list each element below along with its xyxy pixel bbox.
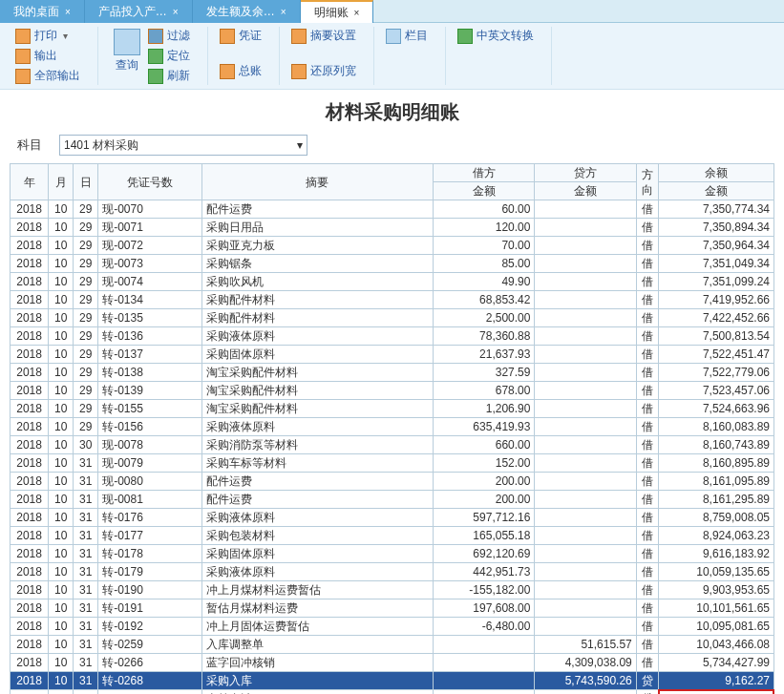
cell-debit: 2,500.00 [434,309,535,327]
cell-day: 29 [74,327,98,346]
table-row[interactable]: 20181031转-0259入库调整单51,615.57借10,043,466.… [11,636,774,654]
table-row[interactable]: 20181031转-0191暂估月煤材料运费197,608.00借10,101,… [11,599,774,618]
filter-button[interactable]: 过滤 [146,27,192,45]
table-row[interactable]: 20181029现-0071采购日用品120.00借7,350,894.34 [11,219,774,237]
table-row[interactable]: 20181030现-0078采购消防泵等材料660.00借8,160,743.8… [11,436,774,454]
voucher-button[interactable]: 凭证 [218,27,264,45]
table-row[interactable]: 20181031转-0192冲上月固体运费暂估-6,480.00借10,095,… [11,618,774,636]
restore-width-button[interactable]: 还原列宽 [289,62,358,80]
cell-credit: 4,309,038.09 [535,654,636,672]
table-row[interactable]: 20181029转-0137采购固体原料21,637.93借7,522,451.… [11,346,774,364]
col-debit[interactable]: 借方 [434,164,535,182]
table-row[interactable]: 20181029现-0072采购亚克力板70.00借7,350,964.34 [11,237,774,255]
table-row[interactable]: 20181029现-0073采购锯条85.00借7,351,049.34 [11,255,774,273]
cell-year: 2018 [11,599,49,618]
table-row[interactable]: 20181029现-0074采购吹风机49.90借7,351,099.24 [11,273,774,291]
col-balance-amount[interactable]: 金额 [659,182,774,200]
table-row[interactable]: 20181031现-0080配件运费200.00借8,161,095.89 [11,473,774,491]
subject-select[interactable]: 1401 材料采购 ▾ [59,135,307,156]
general-ledger-button[interactable]: 总账 [218,62,264,80]
cell-month: 10 [49,436,74,454]
col-year[interactable]: 年 [11,164,49,200]
col-day[interactable]: 日 [74,164,98,200]
cell-balance: 7,350,894.34 [659,219,774,237]
cell-direction: 借 [636,527,659,545]
table-row[interactable]: 20181029转-0139淘宝采购配件材料678.00借7,523,457.0… [11,382,774,400]
refresh-button[interactable]: 刷新 [146,67,192,85]
query-button[interactable]: 查询 [108,27,146,75]
summary-set-button[interactable]: 摘要设置 [289,27,358,45]
col-direction[interactable]: 方向 [636,164,659,200]
cell-summary: 暂估月煤材料运费 [201,599,433,618]
cell-debit: 635,419.93 [434,418,535,436]
col-month[interactable]: 月 [49,164,74,200]
cell-year: 2018 [11,473,49,491]
table-row[interactable]: 20181031转-0190冲上月煤材料运费暂估-155,182.00借9,90… [11,581,774,599]
translate-button[interactable]: 中英文转换 [456,27,536,45]
table-row[interactable]: 20181029转-0136采购液体原料78,360.88借7,500,813.… [11,327,774,346]
column-button[interactable]: 栏目 [384,27,430,45]
col-credit-amount[interactable]: 金额 [535,182,636,200]
cell-voucherno: 转-0191 [98,599,202,618]
close-icon[interactable]: × [281,7,286,17]
col-debit-amount[interactable]: 金额 [434,182,535,200]
cell-credit [535,581,636,599]
cell-balance: 7,350,774.34 [659,200,774,219]
cell-direction: 借 [636,418,659,436]
col-summary[interactable]: 摘要 [201,164,433,200]
cell-debit: 70.00 [434,237,535,255]
cell-summary: 采购包装材料 [201,527,433,545]
cell-day: 31 [74,491,98,509]
table-row[interactable]: 20181031转-0266蓝字回冲核销4,309,038.09借5,734,4… [11,654,774,672]
cell-credit [535,237,636,255]
tab-label: 产品投入产… [98,4,167,20]
col-voucherno[interactable]: 凭证号数 [98,164,202,200]
cell-summary: 采购配件材料 [201,309,433,327]
label: 查询 [116,57,138,74]
table-row[interactable]: 20181031转-0177采购包装材料165,055.18借8,924,063… [11,527,774,545]
cell-month: 10 [49,418,74,436]
table-row[interactable]: 20181029转-0135采购配件材料2,500.00借7,422,452.6… [11,309,774,327]
cell-balance: 7,419,952.66 [659,291,774,309]
table-row[interactable]: 20181031转-0268采购入库5,743,590.26贷9,162.27 [11,672,774,690]
cell-month: 10 [49,618,74,636]
table-row[interactable]: 20181029转-0138淘宝采购配件材料327.59借7,522,779.0… [11,364,774,382]
table-row[interactable]: 20181031转-0179采购液体原料442,951.73借10,059,13… [11,563,774,581]
cell-day: 29 [74,364,98,382]
tab-desktop[interactable]: 我的桌面× [0,0,85,23]
tab-occurrence[interactable]: 发生额及余…× [193,0,301,23]
col-balance[interactable]: 余额 [659,164,774,182]
label: 总账 [239,63,262,79]
table-row[interactable]: 201810当前合计10,095,081.6510,104,243.92贷9,1… [11,690,774,695]
table-row[interactable]: 20181031现-0079采购车标等材料152.00借8,160,895.89 [11,454,774,473]
cell-year: 2018 [11,654,49,672]
tab-detail[interactable]: 明细账× [301,0,374,23]
subject-row: 科目 1401 材料采购 ▾ [0,131,784,163]
print-button[interactable]: 打印▾ [13,27,82,45]
table-row[interactable]: 20181029转-0155淘宝采购配件材料1,206.90借7,524,663… [11,400,774,418]
detail-grid[interactable]: 年 月 日 凭证号数 摘要 借方 贷方 方向 余额 金额 金额 金额 20181… [10,163,774,694]
cell-direction: 借 [636,491,659,509]
chevron-down-icon: ▾ [297,138,303,152]
cell-voucherno: 转-0179 [98,563,202,581]
locate-button[interactable]: 定位 [146,47,192,65]
output-button[interactable]: 输出 [13,47,82,65]
table-row[interactable]: 20181029转-0134采购配件材料68,853.42借7,419,952.… [11,291,774,309]
table-row[interactable]: 20181031现-0081配件运费200.00借8,161,295.89 [11,491,774,509]
tab-product[interactable]: 产品投入产…× [85,0,193,23]
col-credit[interactable]: 贷方 [535,164,636,182]
cell-year: 2018 [11,545,49,563]
cell-voucherno: 现-0071 [98,219,202,237]
cell-summary: 配件运费 [201,473,433,491]
cell-debit: -155,182.00 [434,581,535,599]
cell-debit: 120.00 [434,219,535,237]
cell-summary: 采购液体原料 [201,327,433,346]
table-row[interactable]: 20181031转-0178采购固体原料692,120.69借9,616,183… [11,545,774,563]
close-icon[interactable]: × [354,8,360,18]
table-row[interactable]: 20181029转-0156采购液体原料635,419.93借8,160,083… [11,418,774,436]
close-icon[interactable]: × [65,7,71,17]
output-all-button[interactable]: 全部输出 [13,67,82,85]
close-icon[interactable]: × [173,7,179,17]
table-row[interactable]: 20181031转-0176采购液体原料597,712.16借8,759,008… [11,509,774,527]
table-row[interactable]: 20181029现-0070配件运费60.00借7,350,774.34 [11,200,774,219]
